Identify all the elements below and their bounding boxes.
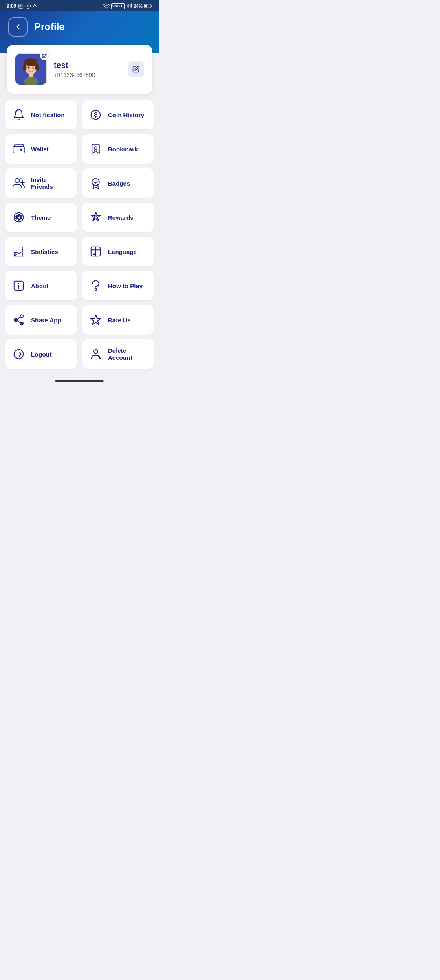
menu-label-how-to-play: How to Play (108, 282, 143, 289)
menu-item-notification[interactable]: Notification (5, 100, 77, 129)
menu-label-bookmark: Bookmark (108, 146, 138, 153)
svg-point-18 (29, 67, 29, 68)
svg-rect-2 (20, 4, 21, 7)
menu-item-share-app[interactable]: Share App (5, 305, 77, 335)
menu-label-statistics: Statistics (31, 248, 58, 255)
status-time: 9:00 S (7, 3, 38, 9)
svg-rect-7 (131, 4, 132, 8)
menu-item-theme[interactable]: Theme (5, 203, 77, 232)
menu-item-wallet[interactable]: Wallet (5, 134, 77, 164)
rate-icon (88, 313, 103, 327)
badge-icon (88, 176, 103, 190)
svg-point-27 (15, 179, 19, 183)
svg-point-54 (94, 350, 98, 354)
page-title: Profile (34, 21, 65, 33)
svg-point-45 (95, 288, 97, 290)
profile-phone: +911234567890 (54, 72, 121, 78)
svg-line-49 (17, 317, 20, 319)
menu-item-how-to-play[interactable]: How to Play (82, 271, 154, 300)
menu-grid: Notification Coin History Wallet Bookmar… (0, 100, 159, 377)
svg-point-51 (15, 319, 17, 321)
menu-label-delete-account: Delete Account (108, 347, 147, 361)
svg-point-19 (33, 67, 34, 68)
svg-rect-6 (130, 4, 130, 7)
back-button[interactable] (8, 17, 28, 37)
invite-icon (11, 176, 26, 190)
svg-point-34 (20, 216, 22, 217)
svg-point-37 (16, 218, 18, 219)
svg-point-25 (20, 149, 22, 150)
menu-item-about[interactable]: About (5, 271, 77, 300)
svg-point-16 (28, 67, 30, 69)
svg-point-38 (94, 216, 97, 219)
svg-point-26 (95, 147, 97, 149)
share-icon (11, 313, 26, 327)
howtoplay-icon (88, 278, 103, 293)
edit-profile-button[interactable] (128, 61, 144, 77)
coin-icon (88, 107, 103, 122)
menu-label-rate-us: Rate Us (108, 317, 131, 324)
menu-item-logout[interactable]: Logout (5, 339, 77, 369)
svg-rect-4 (127, 5, 128, 8)
svg-point-20 (26, 69, 29, 71)
delete-icon (88, 347, 103, 361)
status-icons: VoLTE 24% (103, 3, 152, 9)
menu-item-coin-history[interactable]: Coin History (82, 100, 154, 129)
language-icon: A (88, 244, 103, 259)
menu-item-rate-us[interactable]: Rate Us (82, 305, 154, 335)
wallet-icon (11, 142, 26, 156)
status-bar: 9:00 S VoLTE 24% (0, 0, 159, 11)
menu-label-wallet: Wallet (31, 146, 49, 153)
menu-label-logout: Logout (31, 351, 52, 358)
svg-point-21 (33, 69, 37, 71)
home-indicator (0, 377, 159, 387)
svg-point-35 (20, 218, 22, 219)
menu-label-notification: Notification (31, 112, 65, 118)
menu-label-language: Language (108, 248, 137, 255)
svg-point-36 (18, 219, 20, 220)
logout-icon (11, 347, 26, 361)
svg-point-17 (32, 67, 34, 69)
svg-rect-9 (145, 5, 147, 7)
svg-point-33 (18, 214, 20, 216)
menu-label-about: About (31, 282, 48, 289)
menu-item-invite-friends[interactable]: Invite Friends (5, 168, 77, 198)
menu-label-coin-history: Coin History (108, 112, 144, 118)
svg-point-13 (24, 58, 37, 66)
avatar-wrapper (15, 53, 47, 85)
svg-rect-1 (20, 5, 20, 7)
menu-item-statistics[interactable]: Statistics (5, 237, 77, 266)
about-icon (11, 278, 26, 293)
menu-label-rewards: Rewards (108, 214, 134, 221)
menu-item-language[interactable]: A Language (82, 237, 154, 266)
rewards-icon (88, 210, 103, 225)
svg-point-47 (20, 315, 24, 318)
theme-icon (11, 210, 26, 225)
svg-rect-5 (128, 4, 129, 7)
menu-item-badges[interactable]: Badges (82, 168, 154, 198)
svg-point-52 (21, 323, 23, 324)
avatar-edit-badge[interactable] (40, 51, 49, 60)
menu-label-badges: Badges (108, 180, 130, 187)
menu-label-theme: Theme (31, 214, 51, 221)
bookmark-icon (88, 142, 103, 156)
menu-item-rewards[interactable]: Rewards (82, 203, 154, 232)
statistics-icon (11, 244, 26, 259)
profile-card: test +911234567890 (7, 45, 152, 94)
svg-point-32 (16, 216, 18, 217)
svg-point-39 (14, 254, 16, 256)
svg-text:A: A (93, 252, 96, 256)
svg-line-50 (17, 321, 20, 323)
profile-name: test (54, 61, 121, 70)
bell-icon (11, 107, 26, 122)
profile-info: test +911234567890 (54, 61, 121, 78)
svg-rect-23 (29, 74, 33, 77)
menu-label-share-app: Share App (31, 317, 61, 324)
menu-item-bookmark[interactable]: Bookmark (82, 134, 154, 164)
menu-item-delete-account[interactable]: Delete Account (82, 339, 154, 369)
svg-text:S: S (27, 4, 29, 7)
menu-label-invite-friends: Invite Friends (31, 176, 70, 190)
